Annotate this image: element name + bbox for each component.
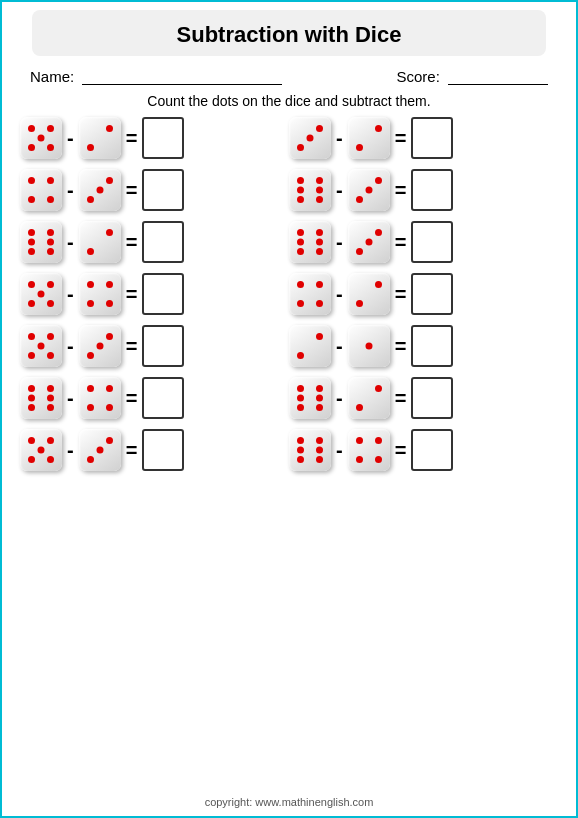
- answer-box[interactable]: [142, 273, 184, 315]
- answer-box[interactable]: [142, 169, 184, 211]
- die-2: [348, 273, 390, 315]
- problem-row: -=: [289, 273, 558, 315]
- die-6: [20, 221, 62, 263]
- die-3: [79, 169, 121, 211]
- score-label: Score:: [396, 68, 548, 85]
- die-6: [289, 169, 331, 211]
- die-2: [289, 325, 331, 367]
- equals-sign: =: [126, 231, 138, 254]
- die-3: [289, 117, 331, 159]
- answer-box[interactable]: [411, 377, 453, 419]
- minus-operator: -: [336, 127, 343, 150]
- die-2: [79, 221, 121, 263]
- die-5: [20, 429, 62, 471]
- minus-operator: -: [67, 387, 74, 410]
- problem-row: -=: [20, 429, 289, 471]
- problem-row: -=: [20, 377, 289, 419]
- equals-sign: =: [126, 179, 138, 202]
- answer-box[interactable]: [411, 169, 453, 211]
- problem-row: -=: [20, 169, 289, 211]
- answer-box[interactable]: [142, 221, 184, 263]
- equals-sign: =: [395, 127, 407, 150]
- equals-sign: =: [395, 387, 407, 410]
- equals-sign: =: [395, 231, 407, 254]
- die-3: [79, 429, 121, 471]
- equals-sign: =: [126, 283, 138, 306]
- name-score-row: Name: Score:: [2, 64, 576, 89]
- instruction: Count the dots on the dice and subtract …: [2, 93, 576, 109]
- problem-row: -=: [289, 429, 558, 471]
- die-2: [79, 117, 121, 159]
- minus-operator: -: [67, 179, 74, 202]
- minus-operator: -: [336, 179, 343, 202]
- die-6: [289, 377, 331, 419]
- problem-row: -=: [20, 273, 289, 315]
- problem-row: -=: [20, 325, 289, 367]
- equals-sign: =: [126, 335, 138, 358]
- page-title: Subtraction with Dice: [32, 10, 546, 56]
- minus-operator: -: [336, 231, 343, 254]
- minus-operator: -: [67, 283, 74, 306]
- problem-row: -=: [20, 221, 289, 263]
- minus-operator: -: [67, 127, 74, 150]
- answer-box[interactable]: [411, 429, 453, 471]
- minus-operator: -: [67, 439, 74, 462]
- problem-row: -=: [289, 325, 558, 367]
- die-4: [20, 169, 62, 211]
- minus-operator: -: [67, 335, 74, 358]
- equals-sign: =: [126, 127, 138, 150]
- answer-box[interactable]: [142, 429, 184, 471]
- problem-row: -=: [20, 117, 289, 159]
- minus-operator: -: [336, 439, 343, 462]
- equals-sign: =: [126, 439, 138, 462]
- problem-row: -=: [289, 377, 558, 419]
- equals-sign: =: [126, 387, 138, 410]
- die-6: [20, 377, 62, 419]
- equals-sign: =: [395, 283, 407, 306]
- answer-box[interactable]: [142, 117, 184, 159]
- die-5: [20, 325, 62, 367]
- die-6: [289, 221, 331, 263]
- answer-box[interactable]: [411, 273, 453, 315]
- minus-operator: -: [336, 387, 343, 410]
- answer-box[interactable]: [411, 325, 453, 367]
- answer-box[interactable]: [142, 377, 184, 419]
- problem-row: -=: [289, 117, 558, 159]
- die-4: [348, 429, 390, 471]
- die-6: [289, 429, 331, 471]
- name-label: Name:: [30, 68, 282, 85]
- die-3: [79, 325, 121, 367]
- equals-sign: =: [395, 335, 407, 358]
- die-4: [289, 273, 331, 315]
- problems-grid: -=-=-=-=-=-=-=-=-=-=-=-=-=-=: [2, 117, 576, 471]
- die-5: [20, 273, 62, 315]
- minus-operator: -: [336, 335, 343, 358]
- die-4: [79, 377, 121, 419]
- equals-sign: =: [395, 179, 407, 202]
- die-4: [79, 273, 121, 315]
- copyright: copyright: www.mathinenglish.com: [2, 796, 576, 808]
- answer-box[interactable]: [411, 221, 453, 263]
- die-3: [348, 221, 390, 263]
- problem-row: -=: [289, 169, 558, 211]
- die-5: [20, 117, 62, 159]
- die-1: [348, 325, 390, 367]
- score-line[interactable]: [448, 84, 548, 85]
- equals-sign: =: [395, 439, 407, 462]
- answer-box[interactable]: [411, 117, 453, 159]
- minus-operator: -: [336, 283, 343, 306]
- die-3: [348, 169, 390, 211]
- die-2: [348, 117, 390, 159]
- die-2: [348, 377, 390, 419]
- name-line[interactable]: [82, 84, 282, 85]
- problem-row: -=: [289, 221, 558, 263]
- minus-operator: -: [67, 231, 74, 254]
- answer-box[interactable]: [142, 325, 184, 367]
